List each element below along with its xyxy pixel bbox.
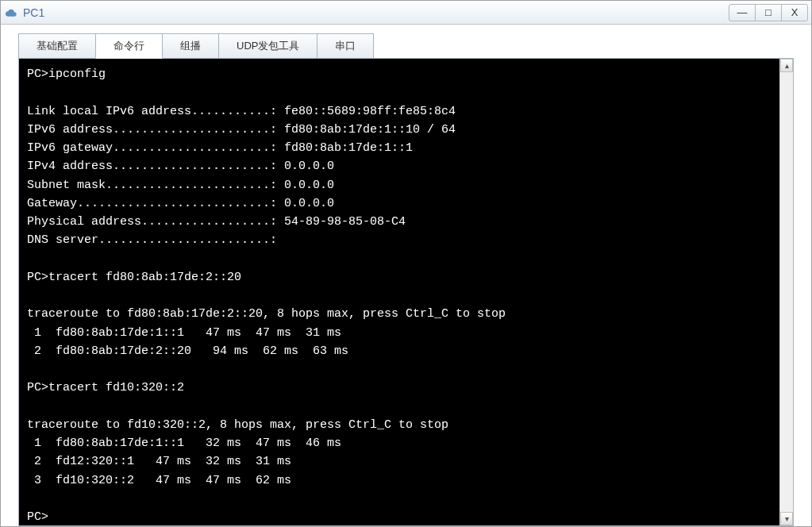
app-window: PC1 — □ X 基础配置 命令行 组播 UDP发包工具 串口 PC>ipco… — [0, 0, 812, 527]
tab-label: 组播 — [180, 40, 201, 52]
tab-serial[interactable]: 串口 — [317, 33, 374, 58]
maximize-icon: □ — [765, 6, 772, 18]
window-controls: — □ X — [729, 4, 808, 21]
tab-command-line[interactable]: 命令行 — [95, 33, 163, 59]
chevron-down-icon: ▾ — [785, 514, 789, 523]
close-icon: X — [791, 6, 799, 18]
titlebar[interactable]: PC1 — □ X — [1, 1, 811, 25]
tab-udp-tool[interactable]: UDP发包工具 — [218, 33, 317, 58]
terminal-panel: PC>ipconfig Link local IPv6 address.....… — [18, 58, 794, 526]
scroll-up-button[interactable]: ▴ — [780, 59, 793, 72]
tab-label: 命令行 — [114, 40, 144, 52]
chevron-up-icon: ▴ — [785, 61, 789, 70]
app-icon — [4, 6, 18, 20]
scroll-down-button[interactable]: ▾ — [780, 512, 793, 525]
tab-label: 基础配置 — [37, 40, 78, 52]
vertical-scrollbar[interactable]: ▴ ▾ — [779, 59, 793, 525]
window-title: PC1 — [23, 6, 729, 19]
close-button[interactable]: X — [781, 4, 808, 21]
tab-multicast[interactable]: 组播 — [162, 33, 219, 58]
minimize-button[interactable]: — — [729, 4, 756, 21]
tab-label: 串口 — [335, 40, 356, 52]
maximize-button[interactable]: □ — [755, 4, 782, 21]
client-area: 基础配置 命令行 组播 UDP发包工具 串口 PC>ipconfig Link … — [1, 25, 811, 526]
tabstrip: 基础配置 命令行 组播 UDP发包工具 串口 — [18, 33, 794, 58]
tab-label: UDP发包工具 — [237, 40, 299, 52]
tab-basic-config[interactable]: 基础配置 — [18, 33, 96, 58]
terminal[interactable]: PC>ipconfig Link local IPv6 address.....… — [19, 59, 793, 525]
minimize-icon: — — [737, 6, 748, 18]
